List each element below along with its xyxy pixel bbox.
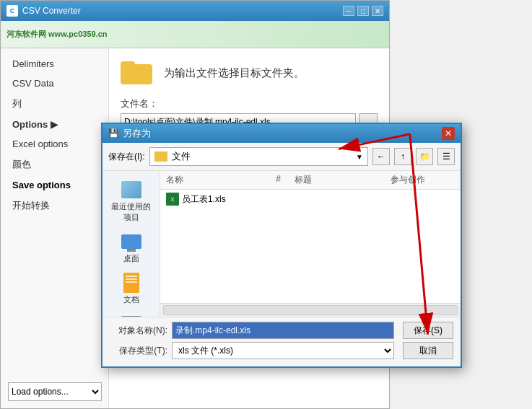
filetype-footer-row: 保存类型(T): xls 文件 (*.xls) 取消 — [110, 342, 453, 359]
sidebar-item-excel-options[interactable]: Excel options — [1, 134, 108, 154]
location-value: 文件 — [172, 150, 191, 163]
sidebar-item-options[interactable]: Options ▶ — [1, 115, 108, 134]
minimize-button[interactable]: ─ — [343, 6, 354, 16]
footer-filename-label: 对象名称(N): — [110, 325, 167, 337]
col-hash-header: # — [262, 174, 294, 186]
footer-btn-group: 保存(S) — [403, 322, 453, 339]
folder-icon-large — [121, 60, 155, 86]
dialog-body: 最近使用的项目 桌面 文档 此电脑 — [103, 171, 461, 317]
footer-cancel-group: 取消 — [403, 342, 453, 359]
place-recent[interactable]: 最近使用的项目 — [105, 177, 157, 226]
sidebar: Delimiters CSV Data 列 Options ▶ Excel op… — [1, 48, 109, 408]
place-desktop[interactable]: 桌面 — [105, 229, 157, 267]
recent-icon — [120, 180, 143, 200]
watermark-banner: 河东软件网 www.pc0359.cn — [1, 21, 389, 48]
place-docs-label: 文档 — [123, 294, 139, 305]
col-participant-header: 参与创作 — [391, 174, 455, 186]
views-button[interactable]: ☰ — [437, 148, 455, 165]
sidebar-item-columns[interactable]: 列 — [1, 93, 108, 115]
nav-back-button[interactable]: ← — [372, 148, 390, 165]
title-controls: ─ □ ✕ — [343, 6, 383, 16]
desktop-icon — [120, 232, 143, 252]
places-bar: 最近使用的项目 桌面 文档 此电脑 — [103, 171, 160, 317]
sidebar-item-save-options[interactable]: Save options — [1, 175, 108, 195]
file-list-area: 名称 # 标题 参与创作 X 员工表1.xls — [160, 171, 461, 303]
save-dialog: 💾 另存为 ✕ 保存在(I): 文件 ▼ ← ↑ 📁 ☰ 最近使用的项目 — [101, 123, 462, 368]
footer-filename-input[interactable] — [172, 322, 394, 339]
maximize-button[interactable]: □ — [357, 6, 369, 16]
app-title: CSV Converter — [22, 6, 343, 16]
col-title-header: 标题 — [295, 174, 391, 186]
place-recent-label: 最近使用的项目 — [108, 201, 154, 223]
location-dropdown-arrow: ▼ — [356, 153, 363, 161]
sidebar-item-start-convert[interactable]: 开始转换 — [1, 195, 108, 216]
panel-header: 为输出文件选择目标文件夹。 — [121, 60, 378, 86]
sidebar-item-delimiters[interactable]: Delimiters — [1, 54, 108, 74]
footer-filetype-label: 保存类型(T): — [110, 345, 167, 357]
dialog-save-icon: 💾 — [108, 128, 118, 138]
cancel-button[interactable]: 取消 — [403, 342, 453, 359]
new-folder-button[interactable]: 📁 — [416, 148, 433, 165]
dialog-footer: 对象名称(N): 保存(S) 保存类型(T): xls 文件 (*.xls) 取… — [103, 317, 461, 366]
footer-filetype-select[interactable]: xls 文件 (*.xls) — [172, 342, 394, 359]
file-name-cell: 员工表1.xls — [182, 193, 226, 206]
load-options-select[interactable]: Load options... — [8, 382, 102, 401]
place-desktop-label: 桌面 — [123, 253, 139, 264]
location-combo[interactable]: 文件 ▼ — [149, 147, 368, 166]
horizontal-scrollbar[interactable] — [163, 305, 458, 315]
watermark-text: 河东软件网 www.pc0359.cn — [6, 29, 108, 40]
close-button[interactable]: ✕ — [372, 6, 383, 16]
docs-icon — [120, 273, 143, 293]
dialog-toolbar: 保存在(I): 文件 ▼ ← ↑ 📁 ☰ — [103, 143, 461, 171]
nav-up-button[interactable]: ↑ — [394, 148, 411, 165]
filename-label: 文件名： — [121, 97, 378, 110]
save-button[interactable]: 保存(S) — [403, 322, 453, 339]
title-bar: C CSV Converter ─ □ ✕ — [1, 1, 389, 21]
panel-title: 为输出文件选择目标文件夹。 — [164, 66, 305, 80]
xls-file-icon: X — [166, 193, 179, 206]
dialog-title-bar: 💾 另存为 ✕ — [103, 124, 461, 143]
sidebar-item-csv-data[interactable]: CSV Data — [1, 74, 108, 93]
filename-footer-row: 对象名称(N): 保存(S) — [110, 322, 453, 339]
col-name-header: 名称 — [166, 174, 262, 186]
sidebar-item-colors[interactable]: 颜色 — [1, 154, 108, 175]
location-folder-icon — [154, 151, 167, 162]
scrollbar-area — [160, 303, 461, 317]
dialog-close-button[interactable]: ✕ — [442, 127, 455, 140]
location-label: 保存在(I): — [108, 151, 145, 163]
file-list-header: 名称 # 标题 参与创作 — [160, 171, 461, 190]
table-row[interactable]: X 员工表1.xls — [160, 190, 461, 208]
dialog-title-text: 另存为 — [123, 127, 151, 140]
app-icon: C — [6, 5, 18, 17]
place-computer[interactable]: 此电脑 — [105, 311, 157, 317]
place-docs[interactable]: 文档 — [105, 270, 157, 308]
